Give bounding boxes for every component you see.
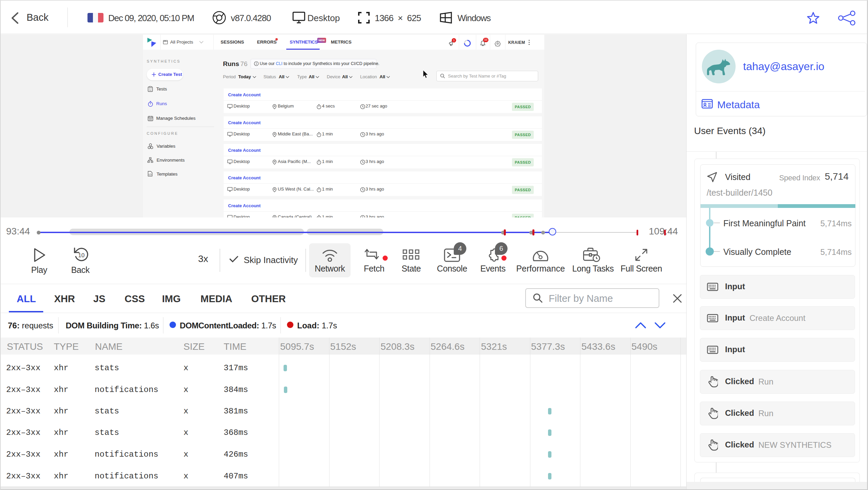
svg-text:10: 10 [78,252,85,259]
